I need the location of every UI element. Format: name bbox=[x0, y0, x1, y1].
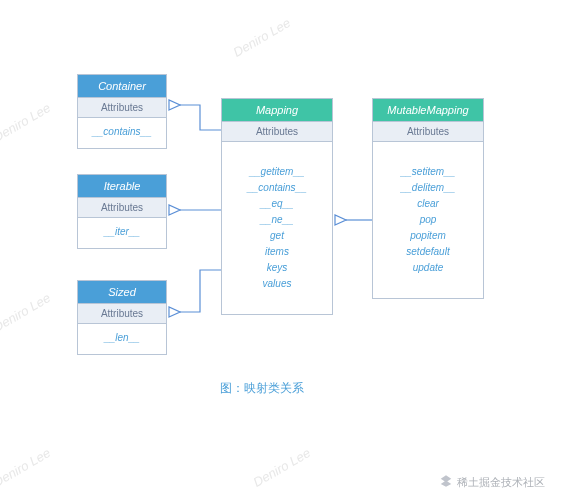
watermark: Deniro Lee bbox=[0, 445, 53, 490]
class-name: Mapping bbox=[222, 99, 332, 122]
class-iterable: Iterable Attributes __iter__ bbox=[77, 174, 167, 249]
class-mutablemapping: MutableMapping Attributes __setitem__ __… bbox=[372, 98, 484, 299]
section-header: Attributes bbox=[78, 98, 166, 118]
section-header: Attributes bbox=[78, 198, 166, 218]
methods-list: __getitem__ __contains__ __eq__ __ne__ g… bbox=[222, 142, 332, 314]
credit-text: 稀土掘金技术社区 bbox=[457, 476, 545, 488]
method: __ne__ bbox=[222, 212, 332, 228]
method: get bbox=[222, 228, 332, 244]
class-mapping: Mapping Attributes __getitem__ __contain… bbox=[221, 98, 333, 315]
method: __delitem__ bbox=[373, 180, 483, 196]
class-name: Container bbox=[78, 75, 166, 98]
method: __getitem__ bbox=[222, 164, 332, 180]
method: __contains__ bbox=[78, 124, 166, 140]
watermark: Deniro Lee bbox=[251, 445, 314, 490]
watermark: Deniro Lee bbox=[231, 15, 294, 60]
juejin-icon bbox=[439, 474, 453, 488]
watermark: Deniro Lee bbox=[0, 100, 53, 145]
method: __contains__ bbox=[222, 180, 332, 196]
class-sized: Sized Attributes __len__ bbox=[77, 280, 167, 355]
class-name: Sized bbox=[78, 281, 166, 304]
section-header: Attributes bbox=[78, 304, 166, 324]
section-header: Attributes bbox=[373, 122, 483, 142]
method: keys bbox=[222, 260, 332, 276]
method: __eq__ bbox=[222, 196, 332, 212]
method: setdefault bbox=[373, 244, 483, 260]
methods-list: __len__ bbox=[78, 324, 166, 354]
section-header: Attributes bbox=[222, 122, 332, 142]
method: clear bbox=[373, 196, 483, 212]
method: pop bbox=[373, 212, 483, 228]
diagram-caption: 图：映射类关系 bbox=[220, 380, 304, 397]
method: __setitem__ bbox=[373, 164, 483, 180]
watermark: Deniro Lee bbox=[0, 290, 53, 335]
credit-line: 稀土掘金技术社区 bbox=[439, 474, 545, 490]
methods-list: __contains__ bbox=[78, 118, 166, 148]
class-name: Iterable bbox=[78, 175, 166, 198]
class-container: Container Attributes __contains__ bbox=[77, 74, 167, 149]
method: popitem bbox=[373, 228, 483, 244]
method: items bbox=[222, 244, 332, 260]
method: update bbox=[373, 260, 483, 276]
method: values bbox=[222, 276, 332, 292]
method: __iter__ bbox=[78, 224, 166, 240]
class-name: MutableMapping bbox=[373, 99, 483, 122]
methods-list: __setitem__ __delitem__ clear pop popite… bbox=[373, 142, 483, 298]
methods-list: __iter__ bbox=[78, 218, 166, 248]
method: __len__ bbox=[78, 330, 166, 346]
